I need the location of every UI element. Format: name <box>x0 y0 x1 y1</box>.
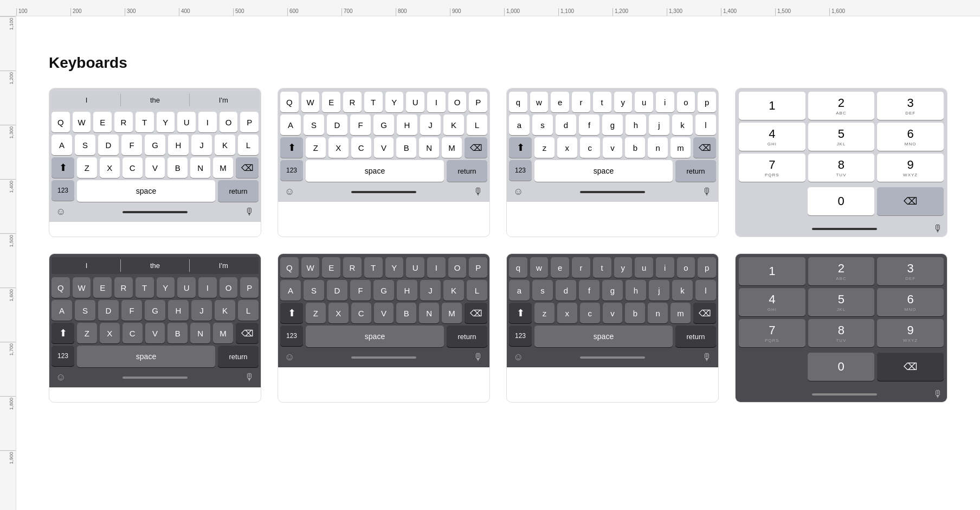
key-123[interactable]: 123 <box>51 180 74 201</box>
key-delete[interactable]: ⌫ <box>236 323 259 343</box>
key-delete[interactable]: ⌫ <box>693 303 716 323</box>
key-x[interactable]: X <box>328 303 349 323</box>
key-j[interactable]: j <box>649 280 669 301</box>
key-123[interactable]: 123 <box>509 160 532 181</box>
key-space[interactable]: space <box>306 160 444 182</box>
key-w[interactable]: w <box>530 92 549 112</box>
key-z[interactable]: z <box>534 137 555 158</box>
key-f[interactable]: F <box>121 135 142 155</box>
key-t[interactable]: t <box>593 257 611 278</box>
key-t[interactable]: t <box>593 92 611 112</box>
key-l[interactable]: L <box>467 114 487 135</box>
numpad-key-5[interactable]: 5 JKL <box>808 123 875 151</box>
key-m[interactable]: M <box>213 157 233 178</box>
key-g[interactable]: G <box>145 300 165 321</box>
key-g[interactable]: G <box>145 135 165 155</box>
key-s[interactable]: S <box>75 135 95 155</box>
key-z[interactable]: Z <box>306 137 326 158</box>
key-l[interactable]: L <box>238 300 259 321</box>
key-k[interactable]: K <box>215 135 235 155</box>
key-r[interactable]: R <box>114 277 133 298</box>
key-d[interactable]: d <box>556 280 576 301</box>
key-c[interactable]: C <box>122 323 143 343</box>
key-r[interactable]: R <box>343 92 362 112</box>
key-h[interactable]: h <box>626 114 646 135</box>
key-f[interactable]: f <box>579 280 599 301</box>
key-t[interactable]: T <box>136 277 154 298</box>
key-l[interactable]: l <box>695 280 716 301</box>
key-t[interactable]: T <box>364 92 383 112</box>
key-n[interactable]: N <box>190 157 210 178</box>
key-d[interactable]: D <box>98 135 119 155</box>
key-p[interactable]: P <box>469 92 487 112</box>
key-u[interactable]: U <box>177 277 196 298</box>
pred-3[interactable]: I'm <box>190 94 257 106</box>
key-123[interactable]: 123 <box>509 326 532 346</box>
key-b[interactable]: B <box>167 323 188 343</box>
key-o[interactable]: O <box>220 112 238 132</box>
key-p[interactable]: p <box>698 92 716 112</box>
numpad-key-2[interactable]: 2 ABC <box>808 257 875 285</box>
key-o[interactable]: o <box>677 92 695 112</box>
key-w[interactable]: W <box>301 257 320 278</box>
key-delete[interactable]: ⌫ <box>465 137 487 158</box>
mic-icon[interactable]: 🎙 <box>473 186 483 197</box>
key-w[interactable]: w <box>530 257 549 278</box>
key-o[interactable]: O <box>448 92 467 112</box>
key-w[interactable]: W <box>301 92 320 112</box>
key-123[interactable]: 123 <box>280 160 303 181</box>
key-g[interactable]: G <box>373 280 394 301</box>
emoji-icon[interactable]: ☺ <box>56 372 66 383</box>
key-o[interactable]: o <box>677 257 695 278</box>
key-x[interactable]: X <box>100 323 120 343</box>
key-a[interactable]: a <box>509 280 530 301</box>
key-l[interactable]: L <box>238 135 259 155</box>
key-return[interactable]: return <box>447 326 487 347</box>
key-a[interactable]: A <box>280 114 301 135</box>
key-i[interactable]: I <box>427 257 446 278</box>
key-shift[interactable]: ⬆ <box>51 157 74 178</box>
key-z[interactable]: z <box>534 303 555 323</box>
key-u[interactable]: U <box>406 92 424 112</box>
key-v[interactable]: V <box>145 157 165 178</box>
key-g[interactable]: g <box>602 280 623 301</box>
key-c[interactable]: C <box>351 303 371 323</box>
key-v[interactable]: v <box>603 137 623 158</box>
key-k[interactable]: K <box>215 300 235 321</box>
key-q[interactable]: Q <box>280 92 299 112</box>
emoji-icon[interactable]: ☺ <box>513 352 523 363</box>
numpad-delete-dark[interactable]: ⌫ <box>877 353 944 381</box>
key-j[interactable]: j <box>649 114 669 135</box>
key-q[interactable]: Q <box>51 277 70 298</box>
key-y[interactable]: Y <box>157 112 175 132</box>
key-shift[interactable]: ⬆ <box>280 303 303 323</box>
key-f[interactable]: F <box>350 280 371 301</box>
key-u[interactable]: U <box>177 112 196 132</box>
key-c[interactable]: c <box>580 303 600 323</box>
key-b[interactable]: b <box>625 137 645 158</box>
numpad-key-6[interactable]: 6 MNO <box>877 123 944 151</box>
mic-icon[interactable]: 🎙 <box>702 352 712 363</box>
key-p[interactable]: P <box>240 277 259 298</box>
key-j[interactable]: J <box>420 114 441 135</box>
key-r[interactable]: r <box>572 257 590 278</box>
key-j[interactable]: J <box>191 300 212 321</box>
numpad-key-5[interactable]: 5 JKL <box>808 288 875 316</box>
key-f[interactable]: F <box>121 300 142 321</box>
key-h[interactable]: h <box>626 280 646 301</box>
key-n[interactable]: N <box>190 323 210 343</box>
key-b[interactable]: B <box>396 303 416 323</box>
key-w[interactable]: W <box>73 112 91 132</box>
key-w[interactable]: W <box>73 277 91 298</box>
key-t[interactable]: T <box>136 112 154 132</box>
numpad-key-9[interactable]: 9 WXYZ <box>877 319 944 347</box>
key-s[interactable]: S <box>304 280 324 301</box>
mic-icon[interactable]: 🎙 <box>933 388 943 400</box>
key-k[interactable]: K <box>443 114 464 135</box>
key-s[interactable]: S <box>304 114 324 135</box>
key-return[interactable]: return <box>218 180 259 202</box>
key-r[interactable]: R <box>114 112 133 132</box>
mic-icon[interactable]: 🎙 <box>244 372 254 383</box>
key-h[interactable]: H <box>168 135 189 155</box>
key-j[interactable]: J <box>420 280 441 301</box>
